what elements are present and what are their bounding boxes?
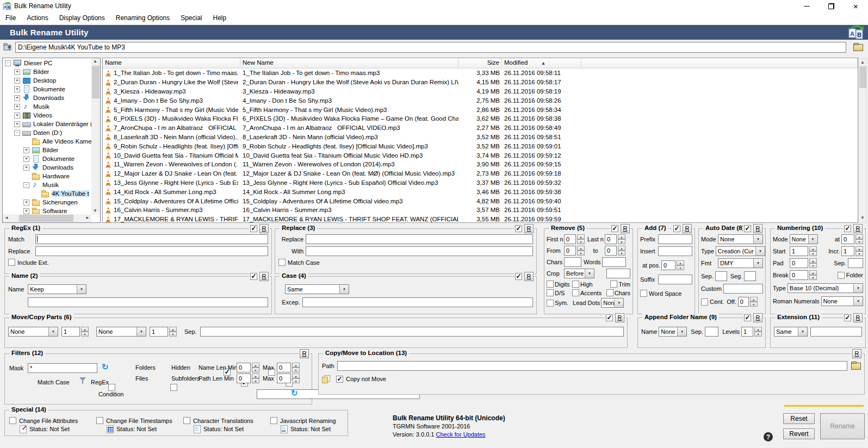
dropdown-arrow-icon[interactable]: ▼ [614,298,623,307]
digits-checkbox[interactable] [547,281,554,288]
movecopy-enabled-checkbox[interactable] [606,314,613,321]
name-reset-button[interactable]: R [259,272,269,281]
spin-down-icon[interactable]: ▼ [577,251,585,256]
tree-toggle[interactable] [23,173,29,179]
replace-reset-button[interactable]: R [524,224,534,233]
tree-item[interactable]: + Bilder [3,67,91,76]
column-header-new-name[interactable]: New Name [240,58,458,68]
case-enabled-checkbox[interactable] [515,273,522,280]
dropdown-arrow-icon[interactable]: ▼ [137,327,146,336]
spin-up-icon[interactable]: ▲ [809,258,817,263]
extension-mode-select[interactable]: Same▼ [774,327,808,337]
scroll-down-icon[interactable]: ▼ [860,216,865,220]
first-n-spinner[interactable]: 0▲▼ [564,234,585,244]
spin-down-icon[interactable]: ▼ [618,239,625,244]
numbering-sep-input[interactable] [848,258,863,268]
remove-words-input[interactable] [602,257,626,267]
seg-input[interactable] [744,271,756,281]
custom-input[interactable] [723,284,763,294]
replace-enabled-checkbox[interactable] [515,225,522,232]
name-mode-select[interactable]: Keep▼ [28,284,86,294]
check-updates-link[interactable]: Check for Updates [436,431,486,438]
filter-regex-checkbox[interactable] [170,384,177,391]
spin-up-icon[interactable]: ▲ [618,246,625,251]
scroll-left-icon[interactable]: ◄ [4,216,9,220]
spin-up-icon[interactable]: ▲ [618,234,625,239]
revert-button[interactable]: Revert [783,428,815,439]
tree-item[interactable]: Alle Videos Kamer [3,137,91,146]
folder-up-icon[interactable] [3,42,13,51]
menu-help[interactable]: Help [208,14,232,22]
dropdown-arrow-icon[interactable]: ▼ [808,235,817,244]
special-item-checkbox[interactable] [9,417,16,424]
last-n-spinner[interactable]: 0▲▼ [605,234,625,244]
tree-item[interactable]: + Downloads [3,163,91,172]
spin-down-icon[interactable]: ▼ [577,239,585,244]
numbering-type-select[interactable]: Base 10 (Decimal)▼ [788,283,863,293]
file-row[interactable]: 11_Warren Zevon - Werewolves of London (… [103,160,858,169]
file-row[interactable]: 16_Calvin Harris - Summer.mp3 16_Calvin … [103,206,858,215]
minimize-button[interactable] [795,0,819,12]
file-row[interactable]: 6_PIXELS (3D) - Musikvideo Waka Flocka F… [103,114,858,123]
file-row[interactable]: 14_Kid Rock - All Summer Long.mp3 14_Kid… [103,187,858,196]
spin-up-icon[interactable]: ▲ [252,363,259,368]
crop-input[interactable] [606,269,630,278]
scroll-right-icon[interactable]: ► [85,216,90,220]
remove-enabled-checkbox[interactable] [611,225,618,232]
dropdown-arrow-icon[interactable]: ▼ [677,327,686,336]
autodate-sep-input[interactable] [715,271,727,281]
tree-item[interactable]: 4K YouTube t [3,189,91,198]
path-len-max-spinner[interactable]: 0▲▼ [277,374,300,383]
spin-up-icon[interactable]: ▲ [81,327,89,332]
file-row[interactable]: 3_Kiesza - Hideaway.mp3 3_Kiesza - Hidea… [103,87,858,96]
dropdown-arrow-icon[interactable]: ▼ [753,235,762,244]
special-item-checkbox[interactable] [270,417,277,424]
spin-down-icon[interactable]: ▼ [809,263,817,268]
remove-chars-input[interactable] [564,257,581,267]
file-row[interactable]: 1_The Italian Job - To get down - Timo m… [103,69,858,78]
regex-enabled-checkbox[interactable] [250,225,257,232]
tree-item[interactable]: + Dokumente [3,85,91,94]
tree-toggle[interactable]: + [14,86,20,92]
spin-up-icon[interactable]: ▲ [577,246,585,251]
file-row[interactable]: 15_Coldplay - Adventures Of A Lifetime O… [103,196,858,206]
movecopy-count2-spinner[interactable]: 1▲▼ [150,327,177,337]
dropdown-arrow-icon[interactable]: ▼ [585,269,594,278]
dropdown-arrow-icon[interactable]: ▼ [753,259,762,267]
mask-input[interactable]: * [28,363,97,373]
append-folder-enabled-checkbox[interactable] [744,314,751,321]
path-input[interactable]: D:\Eigene Musik\4K YouTube to MP3 [15,42,846,53]
spin-up-icon[interactable]: ▲ [855,234,863,239]
regex-replace-input[interactable] [35,246,268,256]
tree-item[interactable]: + Downloads [3,94,91,102]
column-header-name[interactable]: Name [103,58,240,68]
pad-spinner[interactable]: 0▲▼ [790,258,817,268]
reset-button[interactable]: Reset [783,413,815,424]
tree-toggle[interactable]: + [14,69,20,75]
excep-input[interactable] [302,297,533,307]
file-row[interactable]: 7_AronChupa - I m an Albatraoz OFFICIAL … [103,123,858,133]
spin-up-icon[interactable]: ▲ [855,246,863,251]
special-item-checkbox[interactable] [96,417,103,424]
spin-down-icon[interactable]: ▼ [809,251,817,256]
insert-input[interactable] [658,246,692,256]
special-item-checkbox[interactable] [183,417,190,424]
tree-item[interactable]: + Dokumente [3,154,91,163]
tree-hscroll-thumb[interactable] [19,215,73,222]
extension-input[interactable] [810,327,862,337]
name-len-min-spinner[interactable]: 0▲▼ [237,363,259,372]
file-row[interactable]: 13_Jess Glynne - Right Here (Lyrics - Su… [103,178,858,188]
file-row[interactable]: 9_Robin Schulz - Headlights (feat. Ilsey… [103,141,858,151]
numbering-reset-button[interactable]: R [853,224,863,233]
spin-up-icon[interactable]: ▲ [577,234,585,239]
break-spinner[interactable]: 0▲▼ [790,270,817,280]
spin-down-icon[interactable]: ▼ [81,332,89,337]
levels-spinner[interactable]: 1▲▼ [741,327,762,337]
spin-down-icon[interactable]: ▼ [252,368,259,372]
incr-spinner[interactable]: 1▲▼ [841,246,863,256]
tree-toggle[interactable]: + [14,95,20,101]
autodate-mode-select[interactable]: None▼ [718,234,763,244]
browse-folder-button[interactable] [851,42,865,53]
filter-match-case-checkbox[interactable] [108,384,115,391]
tree-item[interactable]: + Bilder [3,146,91,154]
